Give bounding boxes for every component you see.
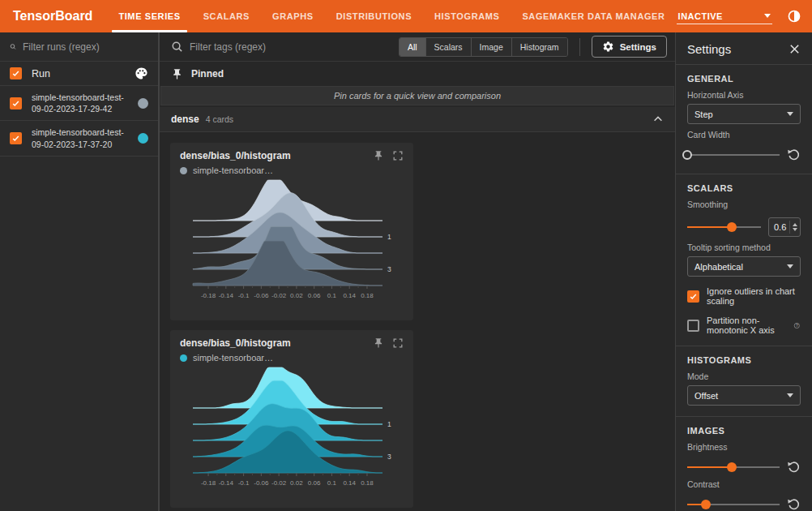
run-header-label: Run xyxy=(32,68,125,79)
run-name: simple-tensorboard-test-09-02-2023-17-29… xyxy=(32,92,128,114)
app-logo: TensorBoard xyxy=(0,9,107,24)
brightness-slider[interactable] xyxy=(687,462,780,473)
horizontal-axis-select[interactable]: Step xyxy=(687,104,801,124)
ignore-outliers-checkbox[interactable] xyxy=(687,290,699,303)
filter-tags-input[interactable] xyxy=(190,41,392,53)
pin-icon[interactable] xyxy=(373,337,384,349)
settings-section-images: IMAGES Brightness Contrast Show actual i… xyxy=(676,417,812,511)
topbar-actions: INACTIVE xyxy=(677,0,812,32)
card-title: dense/bias_0/histogram xyxy=(180,337,365,349)
section-heading: GENERAL xyxy=(687,74,801,84)
run-header-row[interactable]: Run xyxy=(0,62,158,86)
tab-time-series[interactable]: TIME SERIES xyxy=(107,0,191,32)
svg-text:-0.02: -0.02 xyxy=(271,292,287,299)
run-select-all-checkbox[interactable] xyxy=(10,67,22,79)
ignore-outliers-option[interactable]: Ignore outliers in chart scaling xyxy=(687,286,801,306)
settings-section-histograms: HISTOGRAMS Mode Offset xyxy=(676,346,812,417)
reset-icon[interactable] xyxy=(787,148,801,161)
status-value: INACTIVE xyxy=(678,11,723,21)
pin-icon[interactable] xyxy=(373,150,384,161)
legend-label: simple-tensorboar… xyxy=(193,165,273,175)
histogram-chart: -0.18-0.14-0.1-0.06-0.020.020.060.10.140… xyxy=(180,177,404,307)
settings-button[interactable]: Settings xyxy=(592,36,667,58)
legend-dot xyxy=(180,354,187,362)
svg-text:0.1: 0.1 xyxy=(327,292,337,299)
main-area: All Scalars Image Histogram Settings Pin… xyxy=(160,32,675,511)
section-heading: HISTOGRAMS xyxy=(687,355,801,365)
legend-dot xyxy=(180,167,187,174)
slider-thumb[interactable] xyxy=(727,462,737,472)
chevron-down-icon xyxy=(787,393,793,397)
help-icon[interactable] xyxy=(793,320,801,331)
fullscreen-icon[interactable] xyxy=(392,337,404,349)
svg-text:-0.1: -0.1 xyxy=(238,479,250,487)
svg-text:0.14: 0.14 xyxy=(343,479,356,487)
tooltip-sorting-select[interactable]: Alphabetical xyxy=(687,256,801,277)
run-row[interactable]: simple-tensorboard-test-09-02-2023-17-37… xyxy=(0,121,158,156)
settings-panel: Settings GENERAL Horizontal Axis Step Ca… xyxy=(675,32,812,511)
svg-text:0.18: 0.18 xyxy=(361,479,374,487)
palette-icon[interactable] xyxy=(135,67,148,80)
svg-text:3: 3 xyxy=(387,265,391,273)
contrast-slider[interactable] xyxy=(687,499,780,510)
run-checkbox[interactable] xyxy=(10,97,22,110)
card-width-slider[interactable] xyxy=(687,149,780,161)
filter-image-button[interactable]: Image xyxy=(472,38,512,56)
run-checkbox[interactable] xyxy=(10,132,22,144)
histogram-mode-select[interactable]: Offset xyxy=(687,385,801,406)
partition-x-axis-checkbox[interactable] xyxy=(687,320,699,332)
svg-text:-0.06: -0.06 xyxy=(254,292,269,299)
slider-thumb[interactable] xyxy=(701,500,711,509)
pinned-empty-message: Pin cards for a quick view and compariso… xyxy=(160,86,674,105)
contrast-icon[interactable] xyxy=(787,9,801,24)
chevron-up-icon[interactable] xyxy=(652,114,664,125)
tab-scalars[interactable]: SCALARS xyxy=(192,0,261,32)
close-icon[interactable] xyxy=(788,43,801,55)
reset-icon[interactable] xyxy=(787,497,801,511)
smoothing-value-input[interactable]: 0.6 xyxy=(768,217,801,237)
filter-scalars-button[interactable]: Scalars xyxy=(426,38,472,56)
run-row[interactable]: simple-tensorboard-test-09-02-2023-17-29… xyxy=(0,86,158,121)
filter-all-button[interactable]: All xyxy=(400,38,426,56)
svg-text:0.14: 0.14 xyxy=(343,292,356,299)
tab-graphs[interactable]: GRAPHS xyxy=(261,0,325,32)
histogram-card: dense/bias_0/histogram simple-tensorboar… xyxy=(170,330,413,508)
chevron-down-icon xyxy=(764,14,771,18)
pinned-label: Pinned xyxy=(191,68,224,79)
slider-thumb[interactable] xyxy=(682,150,692,160)
chevron-down-icon xyxy=(787,112,793,116)
run-color-dot xyxy=(138,98,148,109)
partition-x-axis-option[interactable]: Partition non-monotonic X axis xyxy=(687,316,801,335)
svg-text:0.02: 0.02 xyxy=(290,292,303,299)
filter-runs-input[interactable] xyxy=(23,41,148,53)
svg-text:0.06: 0.06 xyxy=(308,479,321,487)
tab-histograms[interactable]: HISTOGRAMS xyxy=(423,0,511,32)
fullscreen-icon[interactable] xyxy=(392,150,404,161)
search-icon xyxy=(10,41,16,53)
number-stepper[interactable] xyxy=(789,221,800,234)
svg-text:3: 3 xyxy=(387,453,391,461)
check-icon xyxy=(11,99,20,108)
section-header-dense[interactable]: dense 4 cards xyxy=(160,107,675,132)
divider xyxy=(579,38,580,56)
run-name: simple-tensorboard-test-09-02-2023-17-37… xyxy=(32,127,128,149)
run-color-dot xyxy=(138,133,148,144)
main-tabs: TIME SERIES SCALARS GRAPHS DISTRIBUTIONS… xyxy=(107,0,676,32)
pinned-header: Pinned xyxy=(160,62,675,86)
filter-histogram-button[interactable]: Histogram xyxy=(512,38,567,56)
tab-distributions[interactable]: DISTRIBUTIONS xyxy=(325,0,423,32)
smoothing-slider[interactable] xyxy=(687,221,761,233)
check-icon xyxy=(689,292,698,301)
slider-thumb[interactable] xyxy=(727,222,737,232)
settings-title: Settings xyxy=(687,42,731,56)
status-dropdown[interactable]: INACTIVE xyxy=(677,9,772,24)
svg-text:-0.1: -0.1 xyxy=(238,292,250,299)
chevron-down-icon xyxy=(787,264,793,268)
pin-icon xyxy=(171,68,183,80)
svg-text:-0.14: -0.14 xyxy=(219,479,234,487)
field-label: Brightness xyxy=(687,442,801,452)
tab-sagemaker-data-manager[interactable]: SAGEMAKER DATA MANAGER xyxy=(511,0,676,32)
field-label: Card Width xyxy=(687,130,801,140)
section-heading: SCALARS xyxy=(687,183,801,193)
reset-icon[interactable] xyxy=(787,460,801,474)
